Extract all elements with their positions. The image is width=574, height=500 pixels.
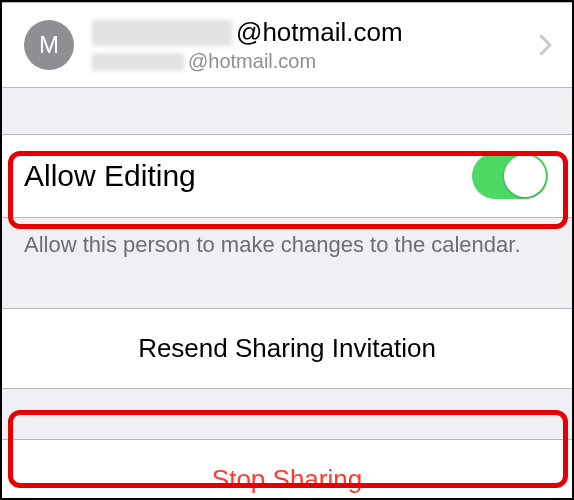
contact-primary: @hotmail.com (92, 17, 556, 48)
allow-editing-footer: Allow this person to make changes to the… (2, 218, 572, 258)
resend-invitation-button[interactable]: Resend Sharing Invitation (2, 309, 572, 388)
contact-row[interactable]: M @hotmail.com @hotmail.com (2, 3, 572, 87)
contact-secondary-suffix: @hotmail.com (188, 50, 316, 73)
redacted-email-local (92, 53, 184, 71)
allow-editing-toggle[interactable] (472, 153, 548, 199)
stop-sharing-label: Stop Sharing (212, 464, 362, 494)
contact-secondary: @hotmail.com (92, 50, 556, 73)
allow-editing-row[interactable]: Allow Editing (2, 135, 572, 217)
avatar: M (24, 20, 74, 70)
allow-editing-label: Allow Editing (24, 159, 196, 193)
stop-sharing-button[interactable]: Stop Sharing (2, 440, 572, 500)
contact-text: @hotmail.com @hotmail.com (92, 17, 556, 73)
toggle-knob (504, 155, 546, 197)
chevron-right-icon (540, 35, 552, 55)
redacted-name (92, 20, 232, 46)
contact-primary-suffix: @hotmail.com (236, 17, 403, 48)
avatar-initial: M (39, 31, 59, 59)
resend-invitation-label: Resend Sharing Invitation (138, 333, 436, 363)
